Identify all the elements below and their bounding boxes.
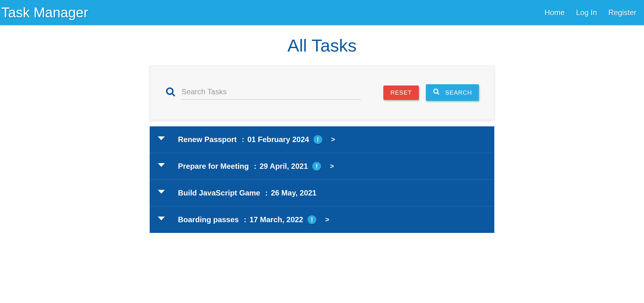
page-title: All Tasks bbox=[0, 35, 644, 56]
chevron-down-icon bbox=[158, 136, 165, 140]
task-row[interactable]: Boarding passes : 17 March, 2022!> bbox=[150, 206, 494, 233]
task-title: Prepare for Meeting bbox=[178, 162, 249, 171]
alert-icon: ! bbox=[308, 215, 316, 224]
task-arrow: > bbox=[330, 162, 334, 170]
search-input[interactable] bbox=[181, 85, 361, 100]
svg-line-1 bbox=[172, 93, 175, 96]
chevron-down-icon bbox=[158, 163, 165, 167]
alert-icon: ! bbox=[314, 135, 322, 144]
svg-point-0 bbox=[167, 88, 173, 94]
app-header: Task Manager Home Log In Register bbox=[0, 0, 644, 25]
task-title: Renew Passport bbox=[178, 135, 237, 144]
task-date: 26 May, 2021 bbox=[271, 189, 316, 197]
search-button-label: SEARCH bbox=[445, 89, 472, 96]
task-text: Renew Passport : 01 February 2024!> bbox=[178, 135, 335, 144]
task-text: Boarding passes : 17 March, 2022!> bbox=[178, 215, 329, 224]
alert-icon: ! bbox=[312, 162, 321, 171]
search-card: RESET SEARCH bbox=[150, 66, 494, 120]
task-list: Renew Passport : 01 February 2024!>Prepa… bbox=[150, 126, 494, 233]
nav-register[interactable]: Register bbox=[608, 8, 636, 17]
task-arrow: > bbox=[325, 216, 329, 224]
search-button[interactable]: SEARCH bbox=[426, 84, 479, 101]
task-title: Build JavaScript Game bbox=[178, 189, 260, 197]
chevron-down-icon bbox=[158, 190, 165, 194]
nav-home[interactable]: Home bbox=[545, 8, 565, 17]
task-arrow: > bbox=[331, 135, 335, 144]
main-nav: Home Log In Register bbox=[545, 8, 636, 17]
task-row[interactable]: Renew Passport : 01 February 2024!> bbox=[150, 126, 494, 153]
task-row[interactable]: Build JavaScript Game : 26 May, 2021 bbox=[150, 179, 494, 206]
search-row: RESET SEARCH bbox=[165, 84, 479, 101]
task-date: 29 April, 2021 bbox=[259, 162, 308, 171]
task-date: 17 March, 2022 bbox=[249, 215, 303, 224]
search-icon bbox=[165, 86, 176, 99]
svg-line-3 bbox=[437, 93, 439, 95]
task-date: 01 February 2024 bbox=[247, 135, 309, 144]
chevron-down-icon bbox=[158, 217, 165, 220]
task-separator: : bbox=[265, 189, 268, 197]
main-content: All Tasks RESET SEARCH bbox=[0, 25, 644, 233]
task-row[interactable]: Prepare for Meeting : 29 April, 2021!> bbox=[150, 153, 494, 179]
task-text: Prepare for Meeting : 29 April, 2021!> bbox=[178, 162, 334, 171]
task-separator: : bbox=[254, 162, 256, 171]
nav-login[interactable]: Log In bbox=[576, 8, 597, 17]
app-title: Task Manager bbox=[0, 5, 88, 20]
task-text: Build JavaScript Game : 26 May, 2021 bbox=[178, 189, 316, 197]
task-title: Boarding passes bbox=[178, 215, 239, 224]
svg-point-2 bbox=[434, 89, 438, 93]
task-separator: : bbox=[244, 215, 246, 224]
reset-button[interactable]: RESET bbox=[383, 85, 419, 100]
task-separator: : bbox=[242, 135, 244, 144]
search-button-icon bbox=[433, 88, 440, 97]
